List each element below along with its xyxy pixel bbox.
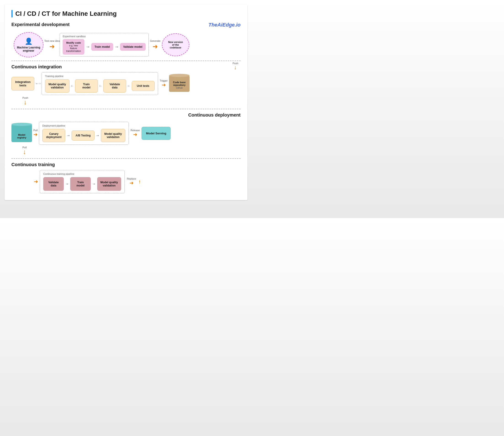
- arrow-ab-mqv: →: [96, 133, 100, 137]
- model-quality-ct-box: Model qualityvalidation: [97, 177, 121, 191]
- release-arrow: ➜: [133, 132, 137, 137]
- trigger-arrow: ➜: [162, 82, 166, 88]
- new-version-oval: New versionof thecodebase: [162, 33, 189, 56]
- sandbox-inner: Modify codee.g. newfeaturetransformation…: [63, 39, 145, 54]
- training-pipeline-label: Training pipeline: [45, 75, 155, 77]
- section-ci: Continuous integration Push ↓ Integratio…: [11, 64, 241, 95]
- ct-pipeline-label: Continuous training pipeline: [43, 173, 121, 175]
- pull-group: Pull ➜: [33, 129, 37, 137]
- page: CI / CD / CT for Machine Learning Experi…: [5, 5, 247, 200]
- model-registry-body: Model registry: [11, 124, 32, 142]
- pull-label1: Pull: [33, 129, 37, 132]
- arrow-train: →: [86, 45, 90, 49]
- push-group: Push ↓: [233, 62, 238, 70]
- arrow-vd-tm-ct: →: [65, 182, 69, 186]
- sandbox-box: Experiment sandbox Modify codee.g. newfe…: [60, 33, 149, 57]
- push-arrow-left-down: ↓: [24, 99, 27, 106]
- model-registry-cylinder: Model registry: [11, 124, 32, 142]
- sep2: [11, 109, 241, 109]
- codebase-body: Code baserepositoryGithub: [169, 75, 190, 92]
- modify-code-box: Modify codee.g. newfeaturetransformation: [63, 39, 84, 54]
- arrow-validate: →: [115, 45, 119, 49]
- ml-engineer-oval: 👤 Machine Learningengineer: [14, 32, 43, 57]
- section-ct: Continuous training ➜ Continuous trainin…: [11, 162, 241, 193]
- trigger-group: Trigger ➜: [160, 79, 168, 88]
- integration-tests-box: Integrationtests: [11, 77, 34, 91]
- generate-group: Generate ➜: [150, 39, 160, 50]
- arrow-to-sandbox: ➜: [49, 43, 55, 50]
- section-experimental: Experimental development TheAiEdge.io 👤 …: [11, 22, 241, 57]
- section3-label: Continuous deployment: [188, 112, 241, 118]
- model-quality-validation-box: Model qualityvalidation: [45, 79, 70, 92]
- trigger-arrow-row: ➜: [162, 82, 166, 88]
- sep3: [11, 158, 241, 159]
- train-model-ci-box: Trainmodel: [75, 79, 98, 92]
- push-down-left: Push ↓: [22, 96, 28, 106]
- validate-data-ci-box: Validatedata: [103, 79, 126, 92]
- replace-group: Replace ➜: [127, 177, 136, 186]
- validate-data-ct-box: Validatedata: [43, 177, 64, 191]
- deployment-pipeline-label: Deployment pipeline: [42, 124, 125, 127]
- canary-box: Canarydeployment: [42, 129, 65, 142]
- arrow-tm-mq-ct: →: [92, 182, 96, 186]
- arrow-tm-vd: ←: [99, 84, 103, 88]
- deployment-inner: Canarydeployment → A/B Testing → Model q…: [42, 129, 125, 142]
- person-icon: 👤: [25, 37, 33, 45]
- training-pipeline-box: Training pipeline Model qualityvalidatio…: [42, 72, 158, 95]
- pipeline-inner: Model qualityvalidation ← Trainmodel ← V…: [45, 79, 155, 92]
- test-new-idea-label: Test new idea: [44, 39, 60, 42]
- arrow-canary-ab: →: [66, 133, 70, 137]
- release-group: Release ➜: [131, 129, 140, 137]
- replace-arrow: ➜: [130, 180, 133, 186]
- cd-row: Model registry Pull ➜ Deployment pipelin…: [11, 122, 241, 145]
- ct-pipeline-box: Continuous training pipeline Validatedat…: [40, 170, 125, 193]
- section-cd: Continuous deployment Model registry Pul…: [11, 112, 241, 145]
- train-model-box1: Train model: [91, 43, 113, 51]
- up-arrow-group: ↑: [138, 179, 141, 185]
- arrow-vd-ut: ←: [127, 84, 131, 88]
- pull-arrow-left-down: ↓: [23, 149, 26, 155]
- arrow-from-mqv: ←: [35, 82, 41, 86]
- train-model-ct-box: Trainmodel: [70, 177, 91, 191]
- ci-layout: Integrationtests ← Training pipeline Mod…: [11, 72, 241, 95]
- arrow-to-new-version: ➜: [152, 43, 158, 50]
- trigger-label: Trigger: [160, 79, 168, 82]
- replace-label: Replace: [127, 177, 136, 180]
- push-arrow-down: ↓: [234, 65, 237, 70]
- validate-model-box: Validate model: [120, 43, 146, 51]
- generate-label: Generate: [150, 39, 160, 42]
- ab-testing-box: A/B Testing: [72, 130, 94, 141]
- codebase-cylinder: Code baserepositoryGithub: [169, 75, 190, 92]
- pull-ct-arrow: ➜: [34, 179, 38, 185]
- ct-row: ➜ Continuous training pipeline Validated…: [11, 170, 241, 193]
- up-arrow-ct: ↑: [138, 179, 141, 185]
- ml-engineer-label: Machine Learningengineer: [17, 46, 40, 52]
- deployment-pipeline-box: Deployment pipeline Canarydeployment → A…: [39, 122, 129, 145]
- pull-arrow: ➜: [33, 132, 37, 137]
- experimental-row: 👤 Machine Learningengineer Test new idea…: [14, 32, 241, 57]
- section1-label: Experimental development: [11, 22, 70, 27]
- section2-label: Continuous integration: [11, 64, 62, 70]
- brand-label: TheAiEdge.io: [208, 22, 241, 28]
- codebase-sub: Github: [176, 87, 182, 89]
- sep1: [11, 61, 241, 61]
- model-quality-deploy-box: Model qualityvalidation: [101, 129, 125, 142]
- model-serving-box: Model Serving: [141, 127, 171, 140]
- sandbox-label: Experiment sandbox: [63, 35, 145, 38]
- page-title: CI / CD / CT for Machine Learning: [11, 10, 241, 17]
- unit-tests-box: Unit tests: [132, 81, 155, 91]
- arrow-mqv-tm: ←: [70, 84, 74, 88]
- section4-label: Continuous training: [11, 162, 241, 167]
- release-label: Release: [131, 129, 140, 132]
- ct-inner: Validatedata → Trainmodel → Model qualit…: [43, 177, 121, 191]
- pull-down-left: Pull ↓: [22, 146, 27, 155]
- test-idea-group: Test new idea ➜: [44, 39, 60, 50]
